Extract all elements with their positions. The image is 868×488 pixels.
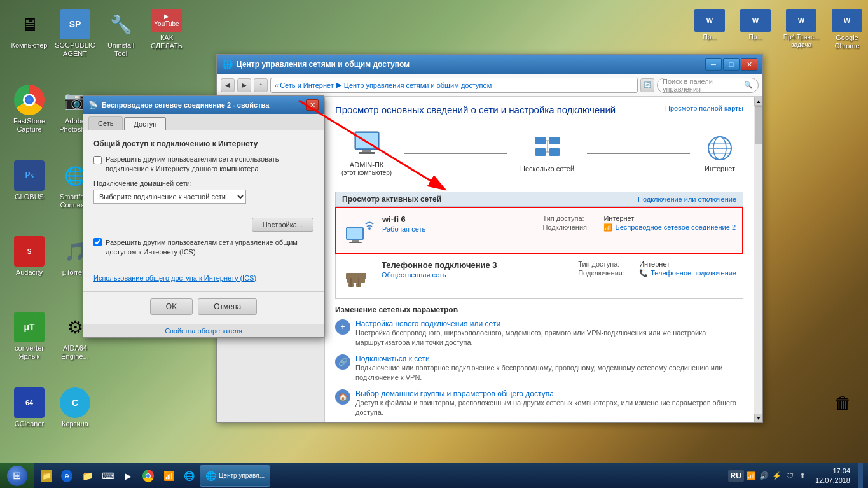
- networks-map-icon: [530, 134, 565, 162]
- active-networks-bar: Просмотр активных сетей Подключение или …: [335, 192, 743, 207]
- search-box[interactable]: Поиск в панели управления 🔍: [657, 78, 759, 93]
- ccleaner-icon: C: [60, 387, 90, 418]
- desktop-icon-recycle[interactable]: 🗑: [820, 385, 866, 422]
- tab-access[interactable]: Доступ: [124, 117, 166, 130]
- smartfren-label: Audacity: [16, 268, 43, 277]
- wifi-conn-text[interactable]: Беспроводное сетевое соединение 2: [615, 223, 736, 231]
- homegroup-link[interactable]: Выбор домашней группы и параметров общег…: [355, 389, 743, 398]
- back-button[interactable]: ◀: [221, 78, 235, 92]
- svg-rect-4: [535, 137, 546, 144]
- close-button[interactable]: ✕: [741, 58, 757, 71]
- scroll-thumb[interactable]: [755, 106, 762, 144]
- view-full-map-link[interactable]: Просмотр полной карты: [665, 104, 743, 112]
- desktop-icon-mzmp[interactable]: W Google Chrome: [824, 6, 868, 53]
- maximize-button[interactable]: □: [723, 58, 740, 71]
- new-connection-link[interactable]: Настройка нового подключения или сети: [355, 319, 743, 328]
- desktop-icon-utorrent[interactable]: μT converter Ярлык: [6, 309, 52, 363]
- phone-conn-label: Подключения:: [578, 269, 635, 277]
- update-systray-icon[interactable]: ⬆: [797, 471, 808, 481]
- dialog-footer[interactable]: Свойства обозревателя: [83, 324, 324, 337]
- desktop-icon-uninstall[interactable]: 🔧 Uninstall Tool: [98, 6, 144, 60]
- clock-display[interactable]: 17:04 12.07.2018: [811, 466, 854, 485]
- connect-link[interactable]: Подключиться к сети: [355, 354, 743, 363]
- checkbox2[interactable]: [93, 238, 102, 246]
- breadcrumb-net-internet[interactable]: Сеть и Интернет: [280, 81, 334, 89]
- wifi-type[interactable]: Рабочая сеть: [382, 225, 535, 233]
- network-heading: Просмотр основных сведений о сети и наст…: [335, 104, 616, 115]
- cancel-button[interactable]: Отмена: [198, 298, 257, 315]
- word1-label: Пр...: [703, 34, 716, 41]
- desktop-icon-word1[interactable]: W Пр...: [687, 6, 733, 44]
- desktop-icon-kak[interactable]: ▶YouTube КАК СДЕЛАТЬ: [144, 6, 189, 53]
- address-bar[interactable]: « Сеть и Интернет ▶ Центр управления сет…: [270, 78, 638, 93]
- phone-conn-value[interactable]: 📞 Телефонное подключение: [639, 269, 736, 277]
- scroll-up-button[interactable]: ▲: [754, 97, 762, 106]
- shield-systray-icon[interactable]: 🛡: [785, 471, 795, 481]
- minimize-button[interactable]: ─: [705, 58, 722, 71]
- desktop-icon-ccleaner[interactable]: C Корзина: [52, 385, 98, 431]
- battery-systray-icon[interactable]: ⚡: [772, 471, 782, 481]
- dialog-titlebar: 📡 Беспроводное сетевое соединение 2 - св…: [83, 96, 324, 114]
- taskbar-folder-icon: 📁: [81, 470, 93, 482]
- start-button[interactable]: [0, 463, 34, 489]
- wifi-access-label: Тип доступа:: [542, 214, 600, 222]
- forward-button[interactable]: ▶: [237, 78, 251, 92]
- tab-network[interactable]: Сеть: [88, 116, 123, 130]
- connect-text: Подключиться к сети Подключение или повт…: [355, 354, 743, 383]
- dialog-close-button[interactable]: ✕: [306, 99, 319, 111]
- scroll-down-button[interactable]: ▼: [754, 414, 762, 422]
- home-network-select[interactable]: Выберите подключение к частной сети: [93, 190, 246, 204]
- wifi-conn-value[interactable]: 📶 Беспроводное сетевое соединение 2: [603, 223, 736, 232]
- show-desktop-button[interactable]: [858, 463, 863, 489]
- phone-conn-text[interactable]: Телефонное подключение: [651, 269, 736, 277]
- desktop-icon-chrome[interactable]: FastStone Capture: [6, 82, 52, 136]
- settings-button[interactable]: Настройка...: [252, 218, 313, 232]
- taskbar-chrome-icon: [142, 470, 154, 482]
- path-separator: ▶: [336, 81, 341, 89]
- taskbar-keyboard-button[interactable]: ⌨: [98, 465, 117, 487]
- breadcrumb-sharing-center[interactable]: Центр управления сетями и общим доступом: [344, 81, 492, 89]
- taskbar-window-icon: 🌐: [205, 471, 216, 481]
- checkbox1[interactable]: [93, 156, 102, 164]
- network-entry-phone: Телефонное подключение 3 Общественная се…: [335, 254, 743, 299]
- desktop-icon-smartfren[interactable]: S Audacity: [6, 234, 52, 279]
- desktop-icon-word3[interactable]: W Пр4:Транс... задача: [778, 6, 824, 52]
- dialog-title-icon: 📡: [88, 101, 98, 109]
- window-controls: ─ □ ✕: [705, 58, 757, 71]
- dialog-tabs: Сеть Доступ: [83, 114, 324, 130]
- new-connection-text: Настройка нового подключения или сети На…: [355, 319, 743, 348]
- ics-link[interactable]: Использование общего доступа к Интернету…: [93, 274, 256, 282]
- wifi-details: Тип доступа: Интернет Подключения: 📶 Бес…: [542, 214, 736, 233]
- desktop-icon-photoshop[interactable]: Ps GLOBUS: [6, 158, 52, 204]
- svg-rect-18: [352, 240, 359, 242]
- breadcrumb-network[interactable]: «: [275, 81, 279, 89]
- speaker-systray-icon[interactable]: 🔊: [759, 471, 769, 481]
- taskbar-window-item[interactable]: 🌐 Центр управл...: [200, 465, 270, 487]
- desktop-icon-socpublic[interactable]: SP SOCPUBLIC AGENT: [52, 6, 98, 60]
- taskbar-media-button[interactable]: ▶: [118, 465, 137, 487]
- wifi-systray-icon[interactable]: 📶: [747, 471, 757, 481]
- taskbar-wifi-button[interactable]: 📶: [159, 465, 178, 487]
- uninstall-label: Uninstall Tool: [100, 41, 141, 58]
- ok-button[interactable]: OK: [150, 298, 193, 315]
- taskbar-explorer-button[interactable]: 📁: [37, 465, 56, 487]
- taskbar-explorer-icon: 📁: [41, 470, 52, 482]
- svg-rect-19: [349, 242, 362, 243]
- desktop-icon-aida64[interactable]: 64 CCleaner: [6, 385, 52, 431]
- taskbar-folder-button[interactable]: 📁: [78, 465, 97, 487]
- desktop-icon-computer[interactable]: 🖥 Компьютер: [6, 6, 52, 52]
- language-indicator[interactable]: RU: [728, 470, 744, 482]
- taskbar-chrome-button[interactable]: [139, 465, 158, 487]
- taskbar-network-button[interactable]: 🌐: [179, 465, 198, 487]
- up-button[interactable]: ↑: [254, 78, 268, 92]
- taskbar-ie-button[interactable]: e: [57, 465, 76, 487]
- dialog-bottom-buttons: OK Отмена: [83, 291, 324, 324]
- connect-disconnect-link[interactable]: Подключение или отключение: [638, 195, 736, 203]
- smartfren-icon: S: [14, 236, 45, 267]
- dialog-section-title: Общий доступ к подключению к Интернету: [93, 139, 313, 148]
- wifi-access-row: Тип доступа: Интернет: [542, 214, 736, 222]
- desktop-icon-word2[interactable]: W Пр...: [733, 6, 778, 44]
- homegroup-desc: Доступ к файлам и принтерам, расположенн…: [355, 398, 743, 418]
- phone-type[interactable]: Общественная сеть: [382, 271, 570, 279]
- refresh-button[interactable]: 🔄: [640, 78, 654, 92]
